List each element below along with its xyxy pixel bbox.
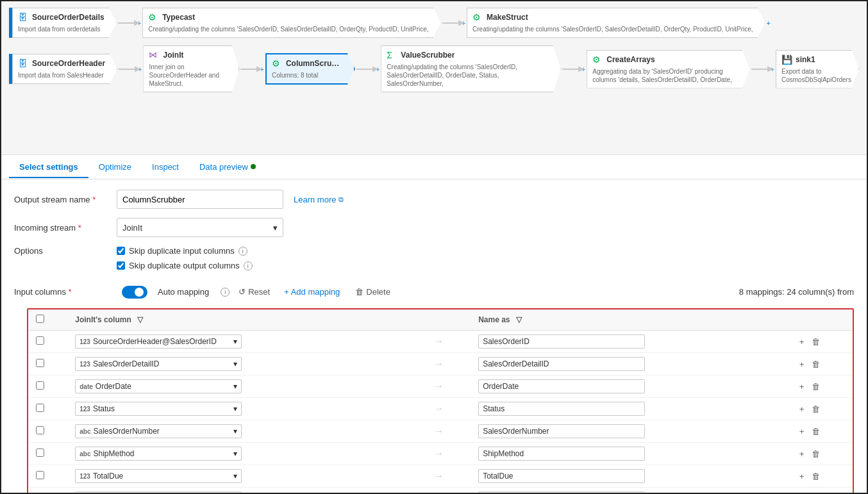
name-input-3[interactable]: Status: [478, 402, 645, 416]
node-joinit[interactable]: ⋈ JoinIt Inner join on SourceOrderHeader…: [143, 45, 239, 92]
add-row-btn-6[interactable]: +: [797, 470, 807, 482]
delete-row-btn-4[interactable]: 🗑: [809, 425, 822, 438]
source-select-7[interactable]: {} orderdetailsstruct ▾: [75, 491, 242, 493]
settings-panel: Output stream name * Learn more ⧉ Incomi…: [1, 179, 867, 493]
name-input-5[interactable]: ShipMethod: [478, 447, 645, 461]
source-value-0: SourceOrderHeader@SalesOrderID: [93, 337, 217, 346]
node-desc: Creating/updating the columns 'SalesOrde…: [472, 25, 753, 33]
name-input-7[interactable]: orderdetailsstruct: [478, 491, 645, 493]
select-all-checkbox[interactable]: [36, 315, 44, 323]
node-title: ValueScrubber: [401, 51, 455, 60]
auto-mapping-toggle[interactable]: [122, 286, 147, 299]
add-mapping-button[interactable]: + Add mapping: [279, 284, 345, 299]
node-value-scrubber[interactable]: Σ ValueScrubber Creating/updating the co…: [381, 45, 560, 92]
node-title: CreateArrays: [606, 55, 655, 64]
incoming-stream-select[interactable]: JoinIt ▾: [117, 218, 283, 237]
auto-mapping-info-icon[interactable]: i: [221, 288, 230, 297]
node-title: MakeStruct: [487, 13, 528, 22]
add-row-btn-1[interactable]: +: [797, 358, 807, 370]
row-checkbox-4[interactable]: [36, 426, 44, 434]
delete-button[interactable]: 🗑 Delete: [350, 284, 396, 299]
data-preview-dot: [251, 164, 256, 169]
options-row: Options Skip duplicate input columns i S…: [14, 246, 854, 276]
source-value-4: SalesOrderNumber: [93, 427, 159, 436]
option2-checkbox[interactable]: [117, 261, 125, 270]
node-column-scrubber[interactable]: ⚙ ColumnScrubber Columns: 8 total: [265, 53, 355, 85]
chevron-icon-6: ▾: [233, 472, 237, 481]
node-makestruct[interactable]: ⚙ MakeStruct Creating/updating the colum…: [467, 8, 765, 38]
source-select-3[interactable]: 123 Status ▾: [75, 402, 242, 416]
row-checkbox-5[interactable]: [36, 449, 44, 457]
source-select-1[interactable]: 123 SalesOrderDetailID ▾: [75, 357, 242, 371]
node-sink1[interactable]: 💾 sink1 Export data to CosmosDbSqlApiOrd…: [776, 50, 859, 88]
output-stream-input[interactable]: [117, 190, 283, 209]
arrow-7: [751, 69, 769, 70]
table-row: date OrderDate ▾ → OrderDate + 🗑: [28, 375, 853, 398]
source-icon: 🗄: [18, 58, 28, 69]
source-filter-icon[interactable]: ▽: [137, 315, 143, 324]
pipeline-row-2: 🗄 SourceOrderHeader Import data from Sal…: [9, 45, 859, 95]
name-input-1[interactable]: SalesOrderDetailID: [478, 357, 645, 371]
source-select-0[interactable]: 123 SourceOrderHeader@SalesOrderID ▾: [75, 334, 242, 349]
source-select-4[interactable]: abc SalesOrderNumber ▾: [75, 424, 242, 438]
delete-row-btn-7[interactable]: 🗑: [809, 493, 822, 493]
node-desc: Import data from SalesHeader: [18, 71, 105, 79]
add-row-btn-0[interactable]: +: [797, 336, 807, 348]
node-typecast[interactable]: ⚙ Typecast Creating/updating the columns…: [142, 8, 440, 38]
add-row-btn-3[interactable]: +: [797, 403, 807, 415]
name-input-6[interactable]: TotalDue: [478, 469, 645, 483]
delete-row-btn-6[interactable]: 🗑: [809, 470, 822, 482]
option1-label: Skip duplicate input columns: [129, 246, 235, 256]
reset-button[interactable]: ↺ Reset: [235, 284, 274, 299]
type-badge-6: 123: [79, 473, 90, 480]
add-row-btn-7[interactable]: +: [797, 493, 807, 493]
name-input-0[interactable]: SalesOrderID: [478, 334, 645, 349]
name-input-4[interactable]: SalesOrderNumber: [478, 424, 645, 438]
mapping-table: JoinIt's column ▽ Name as ▽: [28, 309, 853, 493]
node-title: JoinIt: [163, 51, 183, 60]
source-select-5[interactable]: abc ShipMethod ▾: [75, 447, 242, 461]
delete-row-btn-1[interactable]: 🗑: [809, 358, 822, 370]
delete-row-btn-0[interactable]: 🗑: [809, 336, 822, 348]
row-checkbox-2[interactable]: [36, 381, 44, 390]
tab-select-settings[interactable]: Select settings: [9, 157, 88, 178]
add-row-btn-5[interactable]: +: [797, 448, 807, 460]
col-name-header: Name as: [478, 315, 510, 324]
tab-inspect[interactable]: Inspect: [142, 157, 189, 178]
source-select-2[interactable]: date OrderDate ▾: [75, 379, 242, 393]
tab-optimize[interactable]: Optimize: [88, 157, 142, 178]
row-checkbox-3[interactable]: [36, 404, 44, 412]
delete-row-btn-3[interactable]: 🗑: [809, 403, 822, 415]
source-value-3: Status: [93, 404, 115, 413]
row-checkbox-0[interactable]: [36, 336, 44, 345]
name-input-2[interactable]: OrderDate: [478, 379, 645, 393]
delete-row-btn-2[interactable]: 🗑: [809, 381, 822, 393]
source-select-6[interactable]: 123 TotalDue ▾: [75, 469, 242, 483]
row-checkbox-6[interactable]: [36, 471, 44, 479]
add-row-btn-4[interactable]: +: [797, 425, 807, 438]
plus-3[interactable]: +: [767, 19, 771, 27]
delete-row-btn-5[interactable]: 🗑: [809, 448, 822, 460]
node-desc: Creating/updating the columns 'SalesOrde…: [148, 25, 428, 33]
chevron-icon-5: ▾: [233, 449, 237, 458]
learn-more-link[interactable]: Learn more ⧉: [294, 195, 344, 204]
node-source-order-details[interactable]: 🗄 SourceOrderDetails Import data from or…: [9, 8, 117, 38]
reset-icon: ↺: [238, 287, 246, 297]
node-title: SourceOrderHeader: [32, 59, 105, 68]
table-row: 123 SalesOrderDetailID ▾ → SalesOrderDet…: [28, 353, 853, 375]
option2-info-icon[interactable]: i: [244, 261, 253, 270]
name-filter-icon[interactable]: ▽: [516, 315, 522, 324]
node-title: ColumnScrubber: [286, 59, 342, 68]
tab-data-preview[interactable]: Data preview: [189, 157, 266, 178]
node-desc: Export data to CosmosDbSqlApiOrders: [781, 67, 847, 84]
incoming-stream-label: Incoming stream *: [14, 223, 117, 233]
incoming-stream-row: Incoming stream * JoinIt ▾: [14, 218, 854, 237]
arrow-right-6: →: [434, 470, 444, 481]
option1-checkbox[interactable]: [117, 247, 125, 255]
add-row-btn-2[interactable]: +: [797, 381, 807, 393]
option1-info-icon[interactable]: i: [238, 247, 247, 256]
option1-row: Skip duplicate input columns i: [117, 246, 253, 256]
row-checkbox-1[interactable]: [36, 359, 44, 367]
node-source-order-header[interactable]: 🗄 SourceOrderHeader Import data from Sal…: [9, 54, 117, 84]
node-create-arrays[interactable]: ⚙ CreateArrays Aggregating data by 'Sale…: [587, 50, 749, 88]
